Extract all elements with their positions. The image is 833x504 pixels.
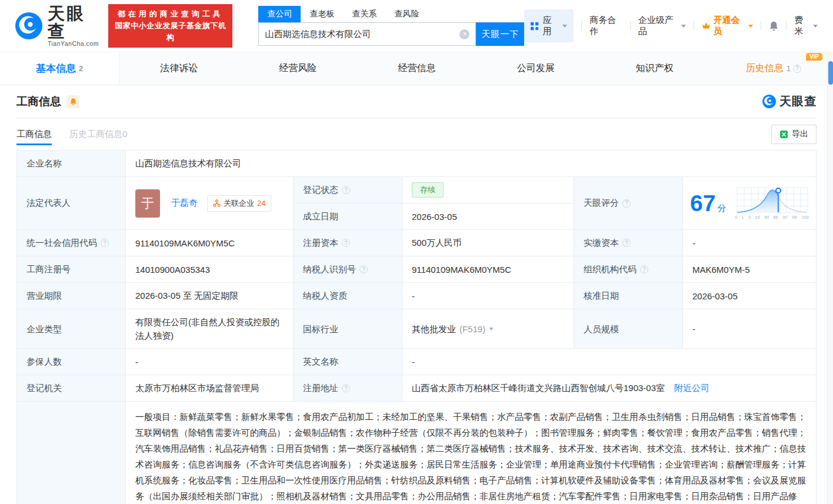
nav-enterprise-products[interactable]: 企业级产品 (638, 15, 686, 37)
approval-date-value: 2026-03-05 (683, 283, 816, 309)
registration-authority-label: 登记机关 (17, 375, 126, 402)
help-icon[interactable]: ? (101, 239, 109, 247)
subscribe-bell-button[interactable] (66, 95, 79, 108)
vip-label: 开通会员 (713, 15, 745, 37)
tab-business-info[interactable]: 经营信息 (357, 52, 476, 85)
legal-rep-label: 法定代表人 (17, 177, 126, 230)
chevron-down-icon[interactable] (489, 328, 494, 333)
help-icon[interactable]: ? (359, 265, 368, 273)
search-tab-company[interactable]: 查公司 (258, 6, 301, 22)
help-icon[interactable]: ? (342, 239, 350, 247)
field-value: MAK6M0YM-5 (692, 265, 750, 275)
industry-label: 国标行业 (294, 309, 402, 349)
company-type-label: 企业类型 (17, 309, 126, 349)
established-date-label: 成立日期 (294, 203, 402, 230)
tianyancha-logo-icon (15, 12, 42, 39)
insured-count-label: 参保人数 (17, 349, 126, 375)
tab-basic-info[interactable]: 基本信息 2 (0, 52, 119, 85)
taxpayer-qualification-label: 纳税人资质 (294, 283, 402, 309)
tab-count: 2 (79, 64, 83, 73)
user-menu[interactable]: 费米 (794, 15, 818, 37)
axis-tick: 50 (764, 215, 769, 219)
tab-label: 历史信息 (746, 62, 784, 75)
field-value: 500万人民币 (412, 238, 462, 249)
open-vip-button[interactable]: 开通会员 (702, 15, 753, 37)
logo-text: 天眼查 TianYanCha.com (48, 5, 99, 48)
registration-authority-value: 太原市万柏林区市场监督管理局 (126, 375, 294, 402)
tab-legal-litigation[interactable]: 法律诉讼 (119, 52, 238, 85)
search-tab-risk[interactable]: 查风险 (385, 6, 428, 22)
subtab-business-registration[interactable]: 工商信息 (16, 118, 52, 150)
tab-intellectual-property[interactable]: 知识产权 (595, 52, 714, 85)
legal-rep-name-link[interactable]: 于磊奇 (171, 198, 198, 209)
table-row: 参保人数 - 英文名称 - (17, 349, 816, 375)
search-box: × (258, 22, 476, 46)
vertical-scrollbar[interactable] (827, 52, 833, 504)
field-value: 91140109MAK6M0YM5C (412, 265, 511, 275)
scrollbar-thumb[interactable] (828, 61, 833, 85)
score-axis: 0131550859799100 (735, 215, 809, 220)
company-type-value: 有限责任公司(非自然人投资或控股的法人独资) (126, 309, 294, 349)
table-row: 企业名称 山西期选信息技术有限公司 (17, 151, 816, 177)
help-icon[interactable]: ? (640, 265, 648, 273)
tianyancha-logo[interactable]: 天眼查 TianYanCha.com (15, 5, 99, 48)
field-label: 注册地址 (303, 383, 338, 394)
paid-in-capital-value: - (683, 230, 816, 256)
axis-tick: 97 (783, 215, 788, 219)
export-button[interactable]: 导出 (771, 125, 817, 144)
tab-history-info[interactable]: 历史信息 1 ? VIP (714, 52, 833, 85)
search-button[interactable]: 天眼一下 (476, 22, 524, 46)
tianyan-score-cell[interactable]: 67 分 (683, 177, 816, 230)
field-value: - (412, 291, 415, 301)
field-value: 2026-03-05 (692, 291, 738, 301)
related-companies-button[interactable]: 关联企业 24 (207, 195, 271, 212)
field-label: 参保人数 (26, 356, 62, 368)
table-row: 营业期限 2026-03-05 至 无固定期限 纳税人资质 - 核准日期 202… (17, 283, 816, 309)
axis-tick: 15 (755, 215, 759, 219)
divider (786, 21, 787, 31)
registration-number-label: 工商注册号 (17, 256, 126, 283)
tab-operation-risk[interactable]: 经营风险 (238, 52, 357, 85)
promo-banner: 都在用的商业查询工具 国家中小企业发展子基金旗下机构 (108, 4, 233, 48)
staff-size-label: 人员规模 (574, 309, 683, 349)
business-info-table: 企业名称 山西期选信息技术有限公司 法定代表人 于 于磊奇 关联企业 (16, 150, 817, 504)
nearby-companies-link[interactable]: 附近公司 (674, 383, 709, 394)
staff-size-value: - (683, 309, 816, 349)
paid-in-capital-label: 实缴资本 ? (574, 230, 683, 256)
field-value: 山西省太原市万柏林区千峰街道文兴路山西智创城八号1903-03室 (412, 383, 665, 394)
divider (630, 21, 631, 31)
tab-label: 经营风险 (279, 62, 316, 75)
help-icon[interactable]: ? (793, 65, 801, 73)
divider (694, 21, 694, 31)
english-name-label: 英文名称 (294, 349, 402, 375)
help-icon[interactable]: ? (342, 186, 350, 194)
field-label: 组织机构代码 (584, 264, 637, 275)
help-icon[interactable]: ? (342, 384, 350, 392)
insured-count-value: - (126, 349, 294, 375)
company-name-value: 山西期选信息技术有限公司 (126, 151, 816, 177)
field-label: 核准日期 (584, 291, 619, 302)
help-icon[interactable]: ? (622, 239, 631, 247)
tab-company-development[interactable]: 公司发展 (477, 52, 595, 85)
field-value: 山西期选信息技术有限公司 (135, 158, 241, 169)
taxpayer-id-value: 91140109MAK6M0YM5C (402, 256, 574, 283)
divider (761, 21, 761, 31)
search-tab-relation[interactable]: 查关系 (343, 6, 385, 22)
field-label: 英文名称 (303, 356, 338, 368)
subtab-history-registration[interactable]: 历史工商信息0 (69, 118, 127, 150)
notification-bell-icon[interactable] (769, 21, 779, 32)
clear-search-icon[interactable]: × (459, 29, 469, 39)
taxpayer-qualification-value: - (402, 283, 574, 309)
nav-cooperation[interactable]: 商务合作 (589, 15, 622, 37)
apps-menu[interactable]: 应用 (524, 9, 574, 42)
search-tabs: 查公司 查老板 查关系 查风险 (258, 6, 524, 22)
legal-rep-avatar[interactable]: 于 (135, 189, 160, 218)
enterprise-label: 企业级产品 (638, 15, 678, 37)
help-icon[interactable]: ? (622, 199, 631, 208)
field-label: 国标行业 (303, 322, 338, 336)
axis-tick: 3 (748, 215, 751, 219)
english-name-value: - (402, 349, 816, 375)
search-input[interactable] (265, 29, 459, 39)
bell-icon (69, 98, 77, 106)
search-tab-boss[interactable]: 查老板 (301, 6, 343, 22)
